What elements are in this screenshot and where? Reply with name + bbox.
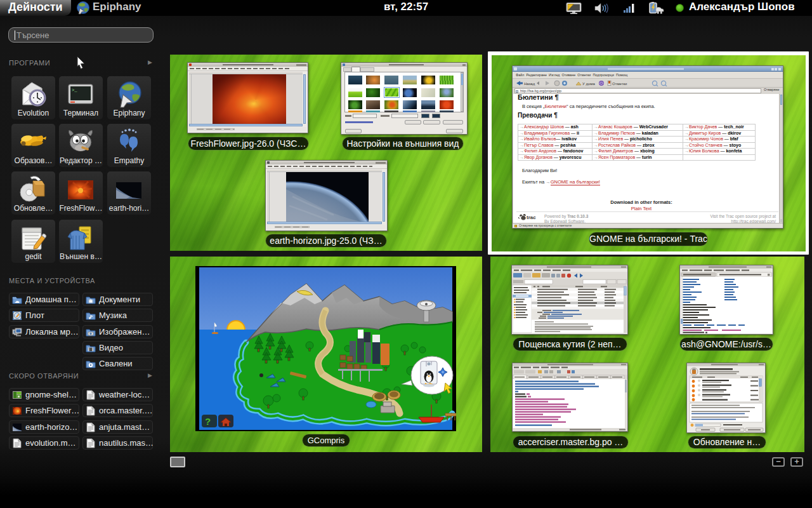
svg-text:>_: >_ [72, 88, 77, 93]
svg-text:Назад: Назад [524, 82, 535, 86]
svg-text:?: ? [205, 416, 211, 427]
svg-text:Отметки: Отметки [612, 82, 627, 86]
svg-text:trac: trac [527, 215, 536, 220]
svg-text:У дома: У дома [582, 82, 595, 86]
